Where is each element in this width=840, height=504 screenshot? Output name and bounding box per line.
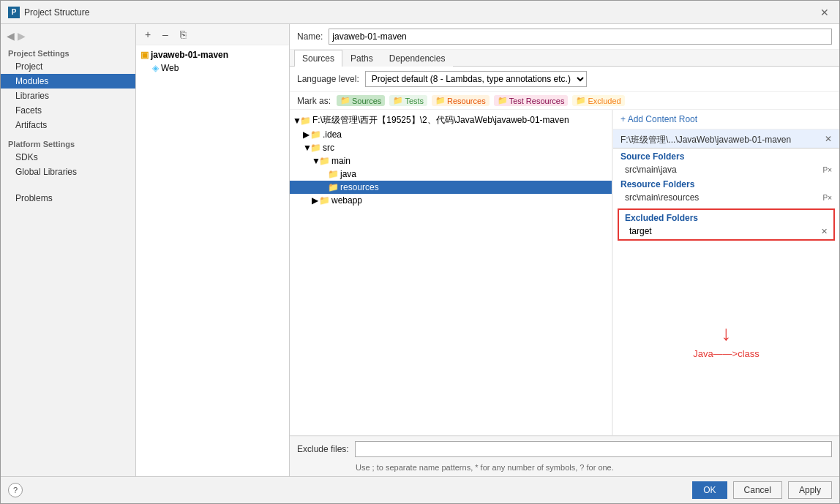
folder-icon-resources: 📁 (328, 182, 339, 192)
expand-main-icon: ▼ (312, 156, 319, 166)
resources-label: resources (340, 182, 379, 192)
title-bar: P Project Structure ✕ (1, 1, 839, 24)
web-icon: ◈ (152, 63, 159, 73)
project-settings-header: Project Settings (1, 45, 135, 59)
tree-webapp-folder[interactable]: ▶ 📁 webapp (290, 194, 612, 207)
mark-resources-badge[interactable]: 📁 Resources (432, 95, 490, 106)
nav-item-facets[interactable]: Facets (1, 103, 135, 118)
language-level-select[interactable]: Project default (8 - Lambdas, type annot… (365, 71, 587, 87)
add-content-root-link[interactable]: + Add Content Root (620, 114, 697, 124)
title-bar-left: P Project Structure (8, 7, 89, 18)
idea-label: .idea (323, 129, 342, 140)
resource-folder-action[interactable]: P× (822, 194, 832, 202)
annotation-text: Java——>class (693, 348, 760, 359)
module-name-input[interactable] (329, 29, 832, 45)
resource-folder-path: src\main\resources (625, 192, 699, 203)
nav-item-artifacts[interactable]: Artifacts (1, 118, 135, 132)
mark-test-resources-badge[interactable]: 📁 Test Resources (494, 95, 569, 106)
annotation-area: ↓ Java——>class (613, 245, 839, 435)
source-folders-title: Source Folders (613, 148, 839, 163)
excluded-folder-remove-button[interactable]: ✕ (821, 227, 828, 236)
copy-module-button[interactable]: ⎘ (176, 27, 190, 42)
source-folder-java-item: src\main\java P× (613, 163, 839, 176)
tree-main-folder[interactable]: ▼ 📁 main (290, 154, 612, 168)
close-content-root-button[interactable]: ✕ (825, 134, 832, 144)
expand-idea-icon: ▶ (303, 129, 310, 140)
add-content-root-row: + Add Content Root (613, 110, 839, 129)
nav-item-project[interactable]: Project (1, 59, 135, 74)
resources-folder-icon: 📁 (435, 96, 446, 105)
tab-sources[interactable]: Sources (294, 50, 342, 67)
expand-icon: ▼ (293, 116, 300, 126)
excluded-folder-icon: 📁 (576, 96, 586, 105)
file-tree-content: ▼ 📁 F:\班级管理\西开【19525】\2、代码\JavaWeb\javaw… (290, 110, 612, 435)
mark-sources-badge[interactable]: 📁 Sources (337, 95, 385, 106)
cancel-button[interactable]: Cancel (733, 481, 782, 499)
left-nav-panel: ◀ ▶ Project Settings Project Modules Lib… (1, 24, 136, 476)
java-label: java (340, 169, 356, 179)
expand-webapp-icon: ▶ (312, 195, 319, 206)
tree-resources-folder[interactable]: 📁 resources (290, 181, 612, 194)
excluded-folders-section: Excluded Folders target ✕ (618, 208, 835, 241)
right-info-panel: + Add Content Root F:\班级管理\...\JavaWeb\j… (612, 110, 839, 435)
excluded-folder-path: target (629, 226, 652, 236)
footer-right: OK Cancel Apply (692, 481, 832, 499)
nav-back-forward: ◀ ▶ (1, 27, 135, 45)
forward-button[interactable]: ▶ (18, 30, 26, 42)
module-name-row: Name: (290, 24, 839, 50)
folder-icon-idea: 📁 (310, 129, 321, 140)
tree-src-folder[interactable]: ▼ 📁 src (290, 141, 612, 154)
module-toolbar: + – ⎘ (136, 24, 289, 45)
sources-folder-icon: 📁 (340, 96, 350, 105)
exclude-files-section: Exclude files: Use ; to separate name pa… (290, 435, 839, 476)
footer-left: ? (8, 483, 23, 497)
root-path-label: F:\班级管理\西开【19525】\2、代码\JavaWeb\javaweb-0… (312, 114, 569, 127)
nav-item-global-libraries[interactable]: Global Libraries (1, 165, 135, 179)
folder-icon-webapp: 📁 (319, 195, 330, 206)
module-tree-panel: + – ⎘ ▣ javaweb-01-maven ◈ Web (136, 24, 290, 476)
add-module-button[interactable]: + (140, 27, 155, 42)
excluded-folders-title: Excluded Folders (620, 211, 832, 225)
language-level-row: Language level: Project default (8 - Lam… (290, 67, 839, 92)
folder-icon-src: 📁 (310, 143, 321, 153)
right-panel: Name: Sources Paths Dependencies Languag… (290, 24, 839, 476)
nav-item-problems[interactable]: Problems (1, 191, 135, 206)
tree-idea-folder[interactable]: ▶ 📁 .idea (290, 128, 612, 141)
module-web-item[interactable]: ◈ Web (136, 61, 289, 75)
dialog-close-button[interactable]: ✕ (817, 5, 832, 20)
dialog-title: Project Structure (24, 7, 89, 18)
tab-paths[interactable]: Paths (342, 50, 381, 67)
nav-item-modules[interactable]: Modules (1, 74, 135, 89)
remove-module-button[interactable]: – (158, 27, 173, 42)
folder-icon-main: 📁 (319, 156, 330, 166)
mark-as-label: Mark as: (297, 96, 331, 106)
nav-item-libraries[interactable]: Libraries (1, 89, 135, 103)
back-button[interactable]: ◀ (7, 30, 15, 42)
tab-dependencies[interactable]: Dependencies (381, 50, 454, 67)
ok-button[interactable]: OK (692, 481, 727, 499)
dialog-body: ◀ ▶ Project Settings Project Modules Lib… (1, 24, 839, 476)
mark-excluded-badge[interactable]: 📁 Excluded (572, 95, 624, 106)
webapp-label: webapp (331, 195, 362, 206)
help-button[interactable]: ? (8, 483, 23, 497)
folder-icon-java: 📁 (328, 169, 339, 179)
content-root-path-header: F:\班级管理\...\JavaWeb\javaweb-01-maven ✕ (613, 129, 839, 148)
resource-folder-item: src\main\resources P× (613, 191, 839, 204)
annotation-arrow: ↓ (721, 322, 732, 345)
source-folder-java-path: src\main\java (625, 165, 677, 175)
mark-tests-badge[interactable]: 📁 Tests (389, 95, 427, 106)
module-list: ▣ javaweb-01-maven ◈ Web (136, 45, 289, 476)
nav-item-sdks[interactable]: SDKs (1, 150, 135, 165)
tree-java-folder[interactable]: 📁 java (290, 168, 612, 181)
excluded-folder-target-item: target ✕ (620, 225, 832, 238)
resource-folders-title: Resource Folders (613, 176, 839, 191)
tree-root-path[interactable]: ▼ 📁 F:\班级管理\西开【19525】\2、代码\JavaWeb\javaw… (290, 113, 612, 128)
module-root-item[interactable]: ▣ javaweb-01-maven (136, 48, 289, 61)
mark-as-row: Mark as: 📁 Sources 📁 Tests 📁 Resources 📁… (290, 92, 839, 110)
apply-button[interactable]: Apply (788, 481, 832, 499)
exclude-files-input[interactable] (355, 441, 832, 457)
test-resources-folder-icon: 📁 (498, 96, 508, 105)
source-folder-action[interactable]: P× (822, 166, 832, 174)
module-icon: ▣ (140, 50, 149, 60)
app-icon: P (8, 7, 20, 18)
